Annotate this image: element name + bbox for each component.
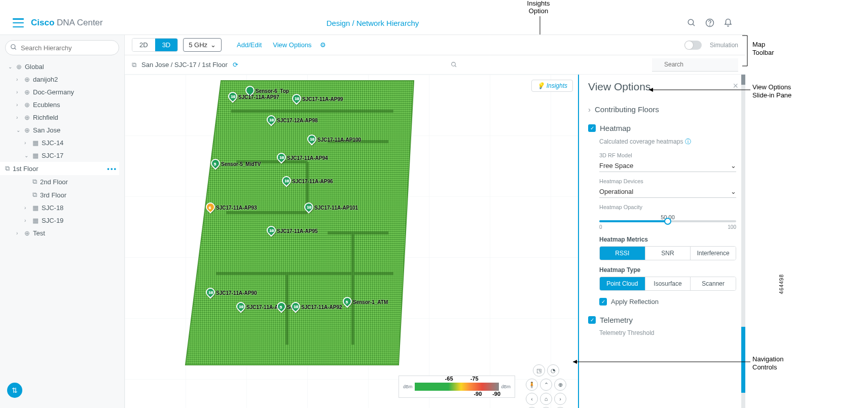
svg-point-6 <box>11 45 15 49</box>
frequency-dropdown[interactable]: 5 GHz⌄ <box>183 38 222 52</box>
tree-item[interactable]: ›⊕Richfield <box>5 111 119 124</box>
tree-item[interactable]: ›▦SJC-18 <box>5 201 119 214</box>
map-search-input[interactable] <box>652 58 738 72</box>
ap-marker[interactable]: Sensor-5_MidTV <box>211 157 261 167</box>
map-toolbar: 2D 3D 5 GHz⌄ Add/Edit View Options ⚙ Sim… <box>125 35 745 55</box>
tree-san-jose[interactable]: ⌄⊕San Jose <box>5 124 119 137</box>
heatmap-devices-select[interactable]: Operational⌄ <box>599 186 736 198</box>
refresh-icon[interactable]: ⟳ <box>233 61 238 69</box>
2d-button[interactable]: 2D <box>132 39 155 51</box>
simulation-toggle[interactable] <box>684 41 702 50</box>
svg-line-7 <box>15 48 16 50</box>
metric-snr-button[interactable]: SNR <box>645 247 691 260</box>
3d-button[interactable]: 3D <box>155 39 178 51</box>
ap-label: SJC17-11A-AP97 <box>238 94 279 100</box>
doc-id: 464498 <box>779 274 784 294</box>
nav-right-icon[interactable]: › <box>554 393 566 405</box>
ap-marker[interactable]: SJC17-11A-AP95 <box>267 224 318 234</box>
heatmap-checkbox[interactable]: ✓ <box>588 124 596 132</box>
app-header: Cisco DNA Center Design / Network Hierar… <box>0 13 745 33</box>
view-options-pane: × View Options ›Contributing Floors ✓Hea… <box>578 75 745 408</box>
opacity-slider[interactable]: 50.00 0100 <box>599 214 736 230</box>
menu-icon[interactable] <box>13 18 24 27</box>
tree-item[interactable]: ⧉3rd Floor <box>5 188 119 201</box>
nav-left-icon[interactable]: ‹ <box>526 393 538 405</box>
nav-pie-icon[interactable]: ◔ <box>547 364 559 377</box>
tree-sjc17[interactable]: ⌄▦SJC-17 <box>5 149 119 162</box>
gear-icon[interactable]: ⚙ <box>320 41 326 49</box>
type-pointcloud-button[interactable]: Point Cloud <box>600 277 645 290</box>
nav-cube-icon[interactable]: ◳ <box>533 364 545 377</box>
breadcrumb[interactable]: Design / Network Hierarchy <box>327 19 419 27</box>
ap-label: SJC17-11A-AP90 <box>216 290 257 296</box>
ap-label: Sensor-1_ATM <box>353 299 388 305</box>
bulb-icon: 💡 <box>537 82 545 89</box>
ap-label: Sensor-5_MidTV <box>221 161 261 167</box>
ap-marker[interactable]: SJC17-11A-AP100 <box>307 132 361 143</box>
ap-marker[interactable]: SJC17-11A-AP93 <box>206 200 257 211</box>
type-scanner-button[interactable]: Scanner <box>691 277 736 290</box>
search-icon[interactable] <box>687 18 696 27</box>
nav-home-icon[interactable]: ⌂ <box>540 393 552 405</box>
svg-point-5 <box>710 25 710 25</box>
rf-model-select[interactable]: Free Space⌄ <box>599 160 736 172</box>
metric-interference-button[interactable]: Interference <box>691 247 736 260</box>
metrics-group: RSSI SNR Interference <box>599 246 736 260</box>
help-icon[interactable] <box>705 18 714 27</box>
svg-line-3 <box>693 24 695 26</box>
tree-1st-floor[interactable]: ⧉1st Floor••• <box>0 162 119 175</box>
nav-up-icon[interactable]: ⌃ <box>540 379 552 391</box>
layers-icon: ⧉ <box>132 61 136 69</box>
ap-label: SJC17-11A-AP96 <box>292 179 333 184</box>
simulation-label: Simulation <box>710 42 738 49</box>
ap-label: SJC17-12A-AP98 <box>277 118 318 123</box>
apply-reflection-row[interactable]: ✓Apply Reflection <box>599 298 736 305</box>
contributing-floors-section[interactable]: ›Contributing Floors <box>588 100 736 119</box>
tree-item[interactable]: ›⊕Test <box>5 227 119 240</box>
ap-marker[interactable]: SJC17-11A-AP94 <box>277 151 328 161</box>
ap-marker[interactable]: SJC17-11A-AP97 <box>228 90 279 100</box>
ap-marker[interactable]: SJC17-11A-AP92 <box>291 300 342 310</box>
annotation-view-options: View Options Slide-in Pane <box>752 83 791 99</box>
telemetry-section[interactable]: ✓Telemetry <box>588 311 736 329</box>
floor-path-bar: ⧉ San Jose / SJC-17 / 1st Floor ⟳ <box>125 55 745 75</box>
tree-item[interactable]: ›⊕Ecublens <box>5 98 119 111</box>
info-icon[interactable]: ⓘ <box>685 138 691 145</box>
tree-global[interactable]: ⌄⊕Global <box>5 60 119 73</box>
expand-fab[interactable]: ⇅ <box>7 383 22 398</box>
tree-item[interactable]: ›⊕danijoh2 <box>5 73 119 86</box>
ap-label: SJC17-11A-AP94 <box>287 155 328 161</box>
tree-item[interactable]: ›▦SJC-19 <box>5 214 119 227</box>
add-edit-button[interactable]: Add/Edit <box>234 41 265 49</box>
ap-marker[interactable]: SJC17-12A-AP98 <box>267 113 318 123</box>
ap-marker[interactable]: SJC17-11A-AP99 <box>292 92 343 102</box>
pane-scrollbar[interactable] <box>741 75 745 408</box>
insights-button[interactable]: 💡Insights <box>531 80 573 92</box>
hierarchy-search-input[interactable] <box>5 40 119 55</box>
hierarchy-sidebar: ⌄⊕Global ›⊕danijoh2 ›⊕Doc-Germany ›⊕Ecub… <box>0 35 125 408</box>
ap-marker[interactable]: SJC17-11A-AP101 <box>304 200 358 211</box>
nav-zoom-in-icon[interactable]: ⊕ <box>554 379 566 391</box>
view-options-button[interactable]: View Options <box>270 41 314 49</box>
more-icon[interactable]: ••• <box>107 165 117 173</box>
ap-label: SJC17-11A-AP99 <box>302 96 343 102</box>
heatmap-devices-label: Heatmap Devices <box>599 178 736 184</box>
type-isosurface-button[interactable]: Isosurface <box>645 277 691 290</box>
tree-item[interactable]: ›▦SJC-14 <box>5 137 119 149</box>
floor-path: San Jose / SJC-17 / 1st Floor <box>141 61 228 69</box>
heatmap-section[interactable]: ✓Heatmap <box>588 119 736 138</box>
ap-marker[interactable]: SJC17-11A-AP90 <box>206 286 257 296</box>
tree-item[interactable]: ⧉2nd Floor <box>5 175 119 188</box>
nav-person-icon[interactable]: 🧍 <box>526 379 538 391</box>
search-icon <box>10 44 17 51</box>
svg-line-9 <box>455 65 457 67</box>
navigation-controls: ◳ ◔ 🧍 ⌃ ⊕ ‹ ⌂ › 📍 ⌄ ⊖ <box>521 364 571 400</box>
ap-label: SJC17-11A-AP92 <box>301 304 342 310</box>
bell-icon[interactable] <box>724 18 733 27</box>
tree-item[interactable]: ›⊕Doc-Germany <box>5 86 119 98</box>
svg-marker-14 <box>186 81 414 365</box>
ap-marker[interactable]: SJC17-11A-AP96 <box>282 174 333 184</box>
type-label: Heatmap Type <box>599 266 736 274</box>
ap-marker[interactable]: Sensor-1_ATM <box>343 295 388 305</box>
metric-rssi-button[interactable]: RSSI <box>600 247 645 260</box>
